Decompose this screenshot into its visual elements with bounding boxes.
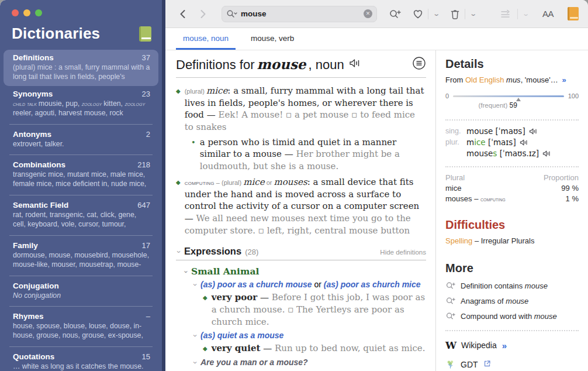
circle-menu-icon bbox=[412, 56, 426, 70]
page-title-suffix: , noun bbox=[309, 57, 344, 73]
sidebar-sections: Definitions37 (plural) mice : a small, f… bbox=[0, 50, 162, 371]
speaker-icon[interactable] bbox=[520, 139, 529, 146]
word-list-button[interactable] bbox=[499, 8, 513, 20]
column-header: Plural bbox=[445, 173, 465, 182]
favorites-menu-button[interactable]: ⌄ bbox=[431, 10, 442, 18]
search-scope-icon[interactable] bbox=[226, 9, 238, 19]
external-link-label: GDT bbox=[461, 360, 478, 369]
sidebar-item-conjugation[interactable]: Conjugation No conjugation bbox=[4, 278, 158, 304]
expression-item[interactable]: (as) quiet as a mouse bbox=[192, 330, 426, 341]
page-title-prefix: Definitions for bbox=[176, 57, 255, 73]
sidebar-item-combinations[interactable]: Combinations218 transgenic mice, mutant … bbox=[4, 157, 158, 193]
sidebar-item-definitions[interactable]: Definitions37 (plural) mice : a small, f… bbox=[4, 50, 158, 86]
expression-phrase: Are you a man or a mouse? bbox=[200, 357, 426, 368]
definition-text: very quiet — Run up to bed now, quiet as… bbox=[212, 342, 426, 355]
dictionary-manager-icon[interactable] bbox=[568, 7, 579, 20]
hide-definitions-link[interactable]: Hide definitions bbox=[380, 249, 426, 256]
section-label: Synonyms bbox=[13, 90, 53, 98]
number-label: sing. bbox=[445, 127, 464, 135]
app-title: Dictionaries bbox=[12, 25, 100, 43]
delete-button[interactable] bbox=[449, 8, 461, 20]
difficulty-entry: Spelling – Irregular Plurals bbox=[445, 236, 579, 245]
speaker-icon[interactable] bbox=[529, 128, 538, 135]
expressions-title[interactable]: Expressions bbox=[184, 246, 241, 257]
word-list-menu-button[interactable]: ⌄ bbox=[520, 10, 531, 18]
etymology-more-link[interactable]: » bbox=[562, 75, 566, 84]
favorites-button[interactable] bbox=[412, 8, 424, 19]
sidebar-item-family[interactable]: Family17 dormouse, mouse, mousebird, mou… bbox=[4, 238, 158, 274]
clear-search-button[interactable] bbox=[364, 9, 372, 18]
divider bbox=[428, 9, 428, 19]
frequency-label: (frequent) 59 bbox=[479, 101, 517, 109]
dictionary-book-icon[interactable] bbox=[139, 26, 151, 42]
wikipedia-icon: W bbox=[445, 339, 456, 351]
heart-icon bbox=[412, 8, 424, 19]
dot-bullet-icon: • bbox=[191, 136, 196, 173]
section-count: 218 bbox=[137, 160, 150, 169]
section-count: – bbox=[146, 312, 150, 321]
etymology-text: From Old English mus, 'mouse'… bbox=[445, 75, 560, 84]
text-size-button[interactable]: AA bbox=[542, 9, 554, 19]
expression-item[interactable]: Are you a man or a mouse? bbox=[192, 357, 426, 368]
more-search-item[interactable]: Definition contains mouse bbox=[445, 281, 579, 290]
back-button[interactable] bbox=[177, 8, 189, 20]
divider bbox=[9, 346, 153, 347]
minimize-button[interactable] bbox=[23, 9, 30, 16]
close-button[interactable] bbox=[12, 9, 19, 16]
collapse-chevron-icon[interactable] bbox=[175, 249, 184, 255]
pronunciation-text: mouses [ˈmaʊs.ɪz] bbox=[466, 149, 539, 158]
sidebar-item-synonyms[interactable]: Synonyms23 child talk mousie, pup, zoolo… bbox=[4, 86, 158, 122]
section-count: 37 bbox=[142, 53, 150, 62]
section-label: Definitions bbox=[13, 53, 54, 62]
external-link-icon bbox=[483, 360, 491, 369]
wikipedia-link[interactable]: W Wikipedia » bbox=[445, 339, 579, 351]
expressions-count: (28) bbox=[245, 248, 258, 256]
section-count: 23 bbox=[142, 90, 150, 98]
section-label: Rhymes bbox=[13, 312, 44, 321]
zoom-button[interactable] bbox=[35, 9, 42, 16]
pronunciation-row: mouses [ˈmaʊs.ɪz] bbox=[445, 149, 579, 158]
sidebar-item-antonyms[interactable]: Antonyms2 extrovert, talker. bbox=[4, 126, 158, 153]
search-value[interactable]: mouse bbox=[241, 9, 361, 18]
search-plus-icon bbox=[445, 311, 456, 321]
more-item-label: Compound word with mouse bbox=[461, 312, 557, 321]
speaker-icon[interactable] bbox=[542, 150, 552, 157]
collapse-chevron-icon[interactable] bbox=[190, 333, 200, 339]
definition-text: very poor — Before I got this job, I was… bbox=[212, 291, 426, 328]
column-header: Proportion bbox=[544, 173, 579, 182]
etymology-line: From Old English mus, 'mouse'… » bbox=[445, 75, 579, 84]
toolbar: mouse ⌄ ⌄ ⌄ AA bbox=[165, 0, 588, 28]
new-search-button[interactable] bbox=[389, 8, 402, 20]
diamond-bullet-icon: ◆ bbox=[203, 291, 207, 328]
definitions-article: Definitions for mouse , noun ◆ ( bbox=[165, 50, 435, 371]
expression-group-label: Small Animal bbox=[191, 266, 259, 277]
gdt-link[interactable]: GDT bbox=[445, 359, 579, 369]
pronounce-button[interactable] bbox=[349, 58, 362, 71]
details-title: Details bbox=[445, 57, 579, 71]
expression-group[interactable]: Small Animal bbox=[183, 266, 426, 277]
search-plus-icon bbox=[389, 8, 402, 20]
sidebar-item-semantic-field[interactable]: Semantic Field647 rat, rodent, transgeni… bbox=[4, 197, 158, 233]
expression-definition: ◆ very poor — Before I got this job, I w… bbox=[203, 291, 426, 328]
collapse-chevron-icon[interactable] bbox=[182, 269, 191, 275]
divider bbox=[9, 235, 153, 236]
delete-menu-button[interactable]: ⌄ bbox=[468, 10, 479, 18]
divider bbox=[176, 77, 426, 78]
more-item-label: Anagrams of mouse bbox=[461, 297, 528, 305]
divider bbox=[9, 195, 153, 195]
collapse-chevron-icon[interactable] bbox=[190, 360, 200, 366]
tab-mouse-verb[interactable]: mouse, verb bbox=[244, 28, 301, 50]
collapse-chevron-icon[interactable] bbox=[190, 282, 200, 288]
sidebar-item-rhymes[interactable]: Rhymes– house, spouse, blouse, louse, do… bbox=[4, 308, 158, 345]
article-menu-button[interactable] bbox=[412, 56, 426, 73]
more-search-item[interactable]: Compound word with mouse bbox=[445, 311, 579, 321]
double-arrow-icon: » bbox=[502, 341, 507, 351]
pronunciation-row: sing. mouse [ˈmaʊs] bbox=[445, 126, 579, 136]
search-input[interactable]: mouse bbox=[222, 6, 377, 22]
expression-item[interactable]: (as) poor as a church mouse or (as) poor… bbox=[192, 279, 426, 290]
sidebar-item-quotations[interactable]: Quotations15 … white as long as it catch… bbox=[4, 349, 158, 371]
tab-mouse-noun[interactable]: mouse, noun bbox=[176, 28, 236, 50]
forward-button[interactable] bbox=[197, 8, 209, 20]
more-search-item[interactable]: Anagrams of mouse bbox=[445, 296, 579, 305]
difficulties-title: Difficulties bbox=[445, 218, 579, 232]
